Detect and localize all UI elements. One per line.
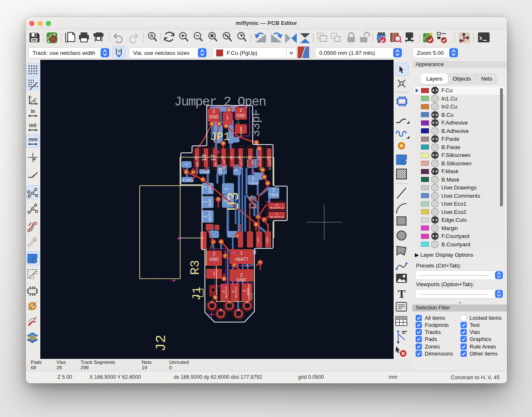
svg-text:MIC_EN: MIC_EN	[223, 160, 225, 169]
svg-text:1: 1	[213, 271, 215, 276]
svg-text:2: 2	[213, 251, 215, 256]
svg-text:2: 2	[240, 272, 243, 277]
svg-text:15: 15	[229, 156, 233, 159]
svg-text:1: 1	[233, 169, 238, 172]
svg-text:2: 2	[252, 177, 254, 181]
svg-text:5: 5	[246, 300, 248, 304]
svg-text:mil: mil	[29, 123, 36, 128]
svg-text:17: 17	[209, 155, 217, 162]
svg-text:2: 2	[224, 200, 229, 202]
svg-text:C4: C4	[236, 118, 241, 124]
svg-text:3 GND: 3 GND	[200, 170, 209, 173]
svg-text:10: 10	[276, 204, 278, 206]
svg-text:19: 19	[194, 156, 198, 159]
svg-text:4: 4	[222, 290, 226, 292]
svg-text:in: in	[31, 108, 35, 114]
svg-text:+BATT: +BATT	[244, 263, 255, 267]
svg-text:mm: mm	[29, 137, 37, 142]
svg-text:J2: J2	[153, 335, 169, 352]
svg-text:GND: GND	[218, 168, 222, 177]
svg-text:I2S_LRCK: I2S_LRCK	[268, 159, 271, 170]
svg-text:2: 2	[212, 109, 215, 114]
svg-text:θ: θ	[34, 100, 36, 104]
svg-text:16: 16	[221, 156, 224, 159]
svg-text:2: 2	[239, 108, 242, 113]
svg-text:1: 1	[226, 115, 229, 120]
svg-text:J1: J1	[190, 287, 203, 301]
svg-text:Net-(J2-Pin_4): Net-(J2-Pin_4)	[270, 216, 284, 218]
svg-text:3: 3	[228, 300, 230, 304]
svg-text:GND: GND	[208, 198, 212, 207]
svg-text:1: 1	[239, 126, 242, 131]
svg-text:1 +3V3: 1 +3V3	[182, 178, 192, 182]
svg-text:+3V3: +3V3	[269, 193, 278, 197]
svg-text:18: 18	[200, 155, 207, 162]
svg-text:2: 2	[185, 162, 187, 167]
svg-text:GND: GND	[246, 288, 250, 295]
svg-text:1: 1	[240, 250, 243, 255]
svg-text:1: 1	[203, 215, 207, 218]
svg-text:JP1: JP1	[210, 131, 230, 143]
svg-text:9: 9	[276, 213, 277, 215]
svg-text:GND: GND	[214, 162, 217, 167]
svg-text:r: r	[31, 95, 32, 99]
svg-text:T: T	[398, 287, 406, 300]
svg-text:1: 1	[251, 160, 254, 165]
svg-text:GND: GND	[209, 257, 219, 262]
svg-text:+BATT: +BATT	[234, 257, 249, 262]
svg-text:Jumper_2_Open: Jumper_2_Open	[174, 95, 266, 109]
svg-text:Net-(J2-Pin_3): Net-(J2-Pin_3)	[270, 206, 284, 209]
svg-text:11: 11	[266, 156, 270, 159]
svg-text:R3: R3	[188, 260, 202, 275]
svg-text:GND: GND	[266, 237, 268, 243]
svg-text:+BATT: +BATT	[208, 211, 212, 223]
svg-text:4: 4	[237, 308, 239, 312]
svg-text:2: 2	[219, 308, 222, 312]
svg-text:1: 1	[224, 188, 229, 190]
svg-text:GND: GND	[236, 113, 245, 118]
svg-text:1: 1	[211, 300, 213, 304]
svg-text:14: 14	[238, 156, 241, 159]
svg-text:33pF: 33pF	[250, 109, 263, 137]
svg-text:GND: GND	[236, 277, 246, 282]
svg-text:2: 2	[242, 289, 246, 292]
svg-text:1: 1	[203, 201, 207, 203]
svg-text:2: 2	[272, 188, 275, 192]
svg-text:+3V3: +3V3	[257, 237, 259, 243]
svg-text:3: 3	[232, 290, 236, 292]
svg-text:I2S_SD_IN: I2S_SD_IN	[259, 159, 261, 170]
svg-text:GND: GND	[209, 115, 218, 119]
svg-text:GND: GND	[196, 162, 199, 167]
svg-text:+3V3: +3V3	[249, 182, 257, 186]
svg-text:13: 13	[248, 156, 251, 159]
svg-text:GND: GND	[208, 185, 212, 194]
svg-text:2: 2	[203, 186, 207, 189]
